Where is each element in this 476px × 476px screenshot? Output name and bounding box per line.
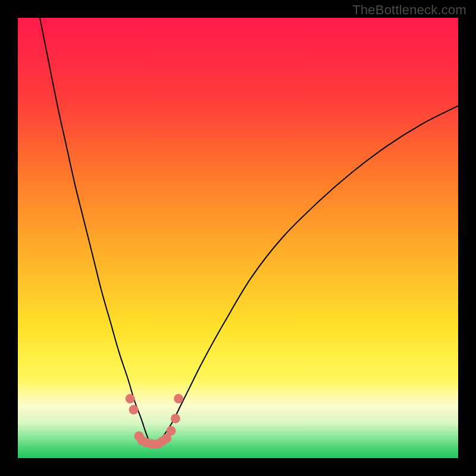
chart-frame: TheBottleneck.com: [0, 0, 476, 476]
highlight-dot: [174, 394, 183, 403]
plot-area: [18, 18, 458, 458]
watermark-text: TheBottleneck.com: [352, 2, 466, 18]
highlight-dot: [126, 394, 135, 403]
highlight-dot: [129, 405, 139, 415]
highlight-dot: [171, 414, 180, 423]
chart-svg: [18, 18, 458, 458]
bottleneck-curve: [40, 18, 458, 445]
highlight-dot: [167, 426, 176, 436]
highlight-dots: [126, 394, 183, 449]
